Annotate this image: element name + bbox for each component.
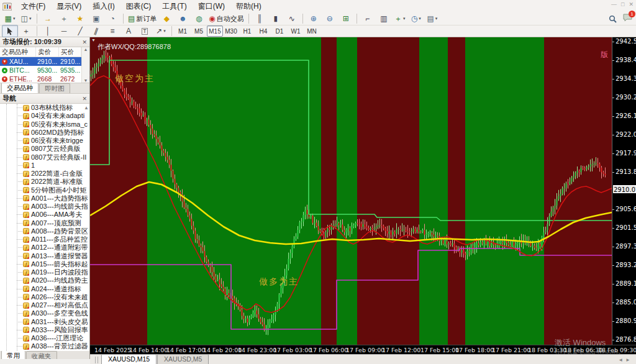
navigator-item[interactable]: fA026---没有未来超 (0, 293, 89, 301)
scroll-down-icon[interactable]: ▼ (84, 344, 89, 350)
vertical-line-button[interactable]: │ (40, 25, 56, 37)
crosshair-tool-button[interactable]: ＋ (18, 25, 34, 37)
timeframe-mn[interactable]: MN (304, 25, 320, 37)
market-watch-scrollbar[interactable]: ▲ ▼ (81, 47, 89, 83)
market-watch-row[interactable]: ▼XAU...2910...2910... (0, 57, 89, 66)
navigator-item[interactable]: fA001---大趋势指标 (0, 194, 89, 202)
timeframe-h1[interactable]: H1 (239, 25, 255, 37)
search-icon[interactable] (609, 15, 617, 23)
market-globe-button[interactable]: ◍ (191, 12, 207, 25)
navigator-item[interactable]: fA013---通道报警器 (0, 252, 89, 260)
scroll-down-icon[interactable]: ▼ (84, 78, 88, 83)
fibonacci-button[interactable]: ≡ (104, 25, 120, 37)
timeframe-d1[interactable]: D1 (271, 25, 288, 37)
history-center-button[interactable]: ◔ (104, 12, 120, 25)
period-bars-button[interactable]: ▥ (376, 12, 392, 25)
timeframe-m15[interactable]: M15 (207, 25, 223, 37)
profiles-button[interactable]: ◫▾ (18, 12, 34, 25)
navigator-item[interactable]: fA007---顶底预测 (0, 219, 89, 227)
navigator-item[interactable]: f0602MD趋势指标 (0, 129, 89, 137)
expert-advisors-button[interactable]: ☻ (175, 12, 191, 25)
text-tool-button[interactable]: A (120, 25, 137, 37)
navigator-item[interactable]: fA015---箭头指标起 (0, 260, 89, 268)
navigator-item[interactable]: f0807艾云经典版-II (0, 153, 89, 162)
chart-tab-xauusd-m15[interactable]: XAUUSD,M15 (101, 354, 157, 364)
scroll-up-icon[interactable]: ▲ (84, 105, 89, 111)
line-chart-mode-button[interactable]: ∿ (284, 12, 300, 25)
menu-item-file[interactable]: 文件(F) (16, 0, 51, 13)
market-watch-close-icon[interactable]: ✕ (82, 39, 87, 45)
navigator-item[interactable]: f04没有未来adapti (0, 112, 89, 120)
navigator-item[interactable]: fA031---剥头皮交易 (0, 318, 89, 326)
menu-item-charts[interactable]: 图表(C) (120, 0, 157, 13)
chart-shift-button[interactable]: → (40, 12, 56, 25)
timeframe-m5[interactable]: M5 (191, 25, 207, 37)
cursor-button[interactable] (2, 25, 18, 37)
close-icon[interactable]: ✕ (629, 1, 634, 7)
minimize-icon[interactable]: — (611, 1, 617, 7)
chart-tab-xauusd-m5[interactable]: XAUUSD,M5 (157, 354, 209, 364)
navigator-item[interactable]: f06没有未来trigge (0, 137, 89, 145)
timeframe-m30[interactable]: M30 (223, 25, 239, 37)
navigator-item[interactable]: fA006---AMA考夫 (0, 211, 89, 219)
objects-list-button[interactable]: ★ (72, 12, 88, 25)
tile-windows-button[interactable]: ⊞ (338, 12, 354, 25)
maximize-icon[interactable]: □ (621, 1, 624, 7)
equidistant-channel-button[interactable]: ∥ (88, 25, 104, 37)
new-chart-button[interactable]: ▦▾ (2, 12, 18, 25)
deposit-gold-button[interactable]: ◆ (158, 12, 175, 25)
timeframe-h4[interactable]: H4 (255, 25, 271, 37)
text-label-button[interactable]: T (137, 25, 153, 37)
tab-bar-grip[interactable] (95, 357, 98, 363)
templates-menu-button[interactable]: ▤▾ (424, 12, 440, 25)
auto-trading-button[interactable]: ◉自动交易 (207, 12, 245, 25)
navigator-item[interactable]: fA020---均线趋势主 (0, 276, 89, 284)
add-indicator-button[interactable]: ＋▾ (392, 12, 408, 25)
navigator-item[interactable]: fA012---通道附彩带 (0, 243, 89, 252)
crosshair-button[interactable]: ＋ (56, 12, 72, 25)
menu-item-insert[interactable]: 插入(I) (87, 0, 120, 13)
navigator-item[interactable]: fA036----江恩理论 (0, 334, 89, 342)
bar-chart-mode-button[interactable]: ║ (252, 12, 268, 25)
navigator-item[interactable]: fA033---风险回报率 (0, 326, 89, 334)
chat-icon[interactable]: 1 (623, 14, 632, 24)
periods-menu-button[interactable]: ◷▾ (408, 12, 424, 25)
price-chart[interactable] (90, 37, 612, 345)
scroll-up-icon[interactable]: ▲ (84, 47, 88, 52)
navigator-item[interactable]: fA030---多空变色线 (0, 309, 89, 317)
navigator-item[interactable]: fA003---均线箭头指 (0, 202, 89, 211)
timeframe-w1[interactable]: W1 (288, 25, 304, 37)
navigator-item[interactable]: f5分钟图画4小时矩 (0, 186, 89, 194)
menu-item-tools[interactable]: 工具(T) (157, 0, 192, 13)
navigator-item[interactable]: fA038---背景过滤器 (0, 342, 89, 350)
navigator-item[interactable]: fA027---相对高低点 (0, 301, 89, 309)
horizontal-line-button[interactable]: ─ (56, 25, 72, 37)
candle-chart-mode-button[interactable]: ▮ (268, 12, 284, 25)
zoom-out-button[interactable]: ⊖ (322, 12, 338, 25)
market-watch-tab-即时图[interactable]: 即时图 (39, 83, 70, 93)
navigator-item[interactable]: fA011---多品种监控 (0, 235, 89, 243)
menu-item-window[interactable]: 窗口(W) (193, 0, 230, 13)
menu-item-view[interactable]: 显示(V) (51, 0, 87, 13)
market-watch-row[interactable]: ▲BITC...9530...9535... (0, 66, 89, 75)
tab-scroll-arrows[interactable]: ◄► (618, 357, 633, 363)
navigator-item[interactable]: f0807艾云经典版 (0, 145, 89, 153)
navigator-item[interactable]: fA008---趋势背景区 (0, 227, 89, 235)
zoom-in-button[interactable]: ⊕ (306, 12, 322, 25)
navigator-item[interactable]: f2022简道-白金版 (0, 170, 89, 178)
navigator-item[interactable]: f2022简道-标准版 (0, 178, 89, 186)
arrows-tool-button[interactable]: ↗▾ (153, 25, 169, 37)
menu-item-help[interactable]: 帮助(H) (230, 0, 267, 13)
navigator-close-icon[interactable]: ✕ (82, 96, 87, 102)
navigator-item[interactable]: fA024---通道指标 (0, 285, 89, 293)
timeframe-m1[interactable]: M1 (175, 25, 191, 37)
navigator-item[interactable]: f05没有未来lsma_c (0, 121, 89, 129)
indicators-button[interactable]: ⌐ (360, 12, 376, 25)
new-order-button[interactable]: ▤新订单 (126, 12, 158, 25)
navigator-item[interactable]: f03布林线指标 (0, 104, 89, 112)
navigator-item[interactable]: f1 (0, 162, 89, 170)
market-watch-row[interactable]: ▼ETHE...26682672 (0, 75, 89, 83)
market-watch-tab-交易品种[interactable]: 交易品种 (1, 83, 39, 93)
trendline-button[interactable]: ╱ (72, 25, 88, 37)
data-window-button[interactable]: ▣ (88, 12, 104, 25)
